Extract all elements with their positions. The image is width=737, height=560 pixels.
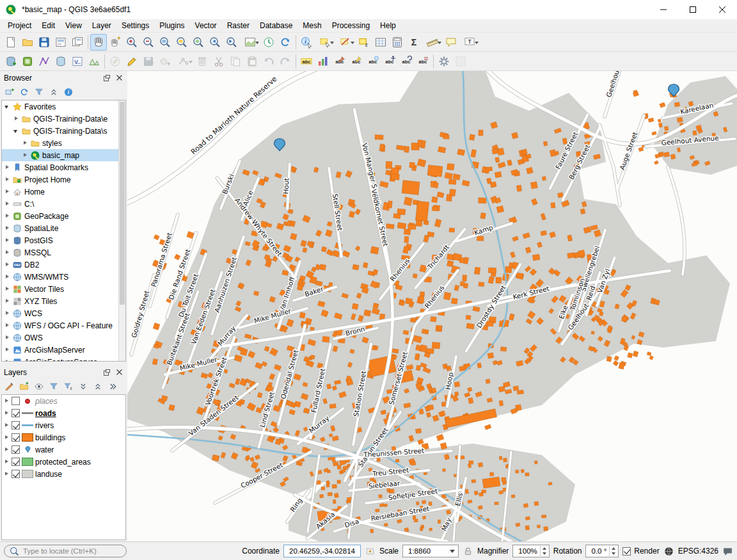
expander-icon[interactable]: [4, 435, 10, 440]
open-attribute-table-icon[interactable]: [372, 34, 389, 51]
magnifier-spinbox[interactable]: 100%: [512, 545, 549, 557]
browser-item-wms-wmts[interactable]: WMS/WMTS: [2, 271, 125, 283]
zoom-to-selection-icon[interactable]: [173, 34, 190, 51]
expander-icon[interactable]: [4, 471, 10, 477]
layer-item-roads[interactable]: roads: [2, 407, 125, 419]
collapse-all-layers-icon[interactable]: [91, 380, 104, 394]
expander-icon[interactable]: [4, 177, 10, 182]
browser-item-postgis[interactable]: PostGIS: [2, 234, 125, 246]
zoom-out-icon[interactable]: [140, 34, 157, 51]
add-group-icon[interactable]: [17, 380, 31, 394]
menu-raster[interactable]: Raster: [222, 20, 255, 31]
expander-icon[interactable]: [4, 398, 10, 404]
deselect-features-icon[interactable]: [335, 34, 356, 51]
show-layout-manager-icon[interactable]: [69, 34, 86, 51]
browser-item-arcgisfeatureserver[interactable]: ArcGisFeatureServer: [2, 356, 125, 362]
epsg-label[interactable]: EPSG:4326: [678, 547, 718, 556]
refresh-browser-icon[interactable]: [17, 86, 31, 99]
collapse-all-icon[interactable]: [47, 86, 60, 99]
browser-item-wfs-ogc-api-feature[interactable]: WFS / OGC API - Feature: [2, 319, 125, 332]
crs-globe-icon[interactable]: [663, 546, 674, 557]
zoom-in-icon[interactable]: [123, 34, 140, 51]
menu-edit[interactable]: Edit: [36, 20, 60, 31]
new-project-icon[interactable]: [3, 34, 19, 51]
expander-icon[interactable]: [13, 128, 19, 134]
browser-item-db2[interactable]: DB2DB2: [2, 259, 125, 271]
filter-by-expression-icon[interactable]: ε: [61, 380, 75, 394]
browser-close-button[interactable]: [115, 74, 123, 83]
select-features-icon[interactable]: [315, 34, 335, 51]
expander-icon[interactable]: [4, 274, 10, 280]
expander-icon[interactable]: [22, 140, 28, 146]
browser-scrollbar[interactable]: [118, 100, 125, 361]
layer-item-rivers[interactable]: rivers: [2, 419, 125, 431]
field-calculator-icon[interactable]: [389, 34, 406, 51]
browser-item-project-home[interactable]: Project Home: [2, 173, 125, 186]
new-virtual-layer-icon[interactable]: V..: [69, 53, 86, 70]
menu-database[interactable]: Database: [255, 20, 297, 31]
expander-icon[interactable]: [4, 310, 10, 316]
browser-item-spatialite[interactable]: SpatiaLite: [2, 222, 125, 234]
layer-visibility-checkbox[interactable]: [12, 409, 20, 417]
browser-item-geopackage[interactable]: GeoPackage: [2, 210, 125, 222]
expander-icon[interactable]: [4, 189, 10, 195]
expander-icon[interactable]: [4, 237, 10, 243]
expander-icon[interactable]: [4, 201, 10, 207]
layer-item-places[interactable]: places: [2, 395, 125, 407]
expander-icon[interactable]: [4, 250, 10, 255]
new-geopackage-layer-icon[interactable]: [19, 53, 36, 70]
layer-visibility-checkbox[interactable]: [12, 445, 20, 454]
layer-visibility-checkbox[interactable]: [12, 397, 20, 405]
temporal-controller-icon[interactable]: [260, 34, 277, 51]
new-mesh-layer-icon[interactable]: [86, 53, 102, 70]
expander-icon[interactable]: [4, 422, 10, 428]
map-tips-icon[interactable]: [443, 34, 459, 51]
filter-legend-icon[interactable]: [47, 380, 60, 394]
measure-icon[interactable]: [422, 34, 443, 51]
statistics-icon[interactable]: Σ: [406, 34, 422, 51]
render-checkbox[interactable]: Render: [622, 547, 659, 556]
toggle-extents-icon[interactable]: [365, 546, 376, 557]
expander-icon[interactable]: [4, 104, 10, 109]
open-project-icon[interactable]: [19, 34, 36, 51]
select-by-expression-icon[interactable]: ε: [356, 34, 372, 51]
open-layer-styling-dock-icon[interactable]: [3, 380, 16, 394]
layer-visibility-checkbox[interactable]: [12, 470, 20, 478]
browser-item-qgis-training-data-s[interactable]: QGIS-Training-Data\s: [2, 125, 125, 137]
new-map-view-icon[interactable]: [240, 34, 260, 51]
move-label-icon[interactable]: abc: [381, 53, 398, 70]
menu-settings[interactable]: Settings: [116, 20, 154, 31]
pan-map-icon[interactable]: [90, 34, 107, 51]
layers-float-button[interactable]: [102, 368, 111, 377]
zoom-full-icon[interactable]: [157, 34, 173, 51]
browser-item-mssql[interactable]: MSSQL: [2, 246, 125, 259]
layer-item-protected-areas[interactable]: protected_areas: [2, 456, 125, 468]
expander-icon[interactable]: [4, 286, 10, 292]
render-checkbox-box[interactable]: [622, 547, 631, 556]
processing-toolbox-icon[interactable]: [436, 53, 452, 70]
rotation-spinbox[interactable]: 0.0 °: [585, 545, 619, 557]
expander-icon[interactable]: [4, 298, 10, 304]
highlight-pinned-labels-icon[interactable]: abc: [331, 53, 348, 70]
menu-processing[interactable]: Processing: [327, 20, 375, 31]
expander-icon[interactable]: [4, 359, 10, 362]
menu-plugins[interactable]: Plugins: [154, 20, 189, 31]
new-annotation-icon[interactable]: T: [459, 34, 480, 51]
messages-icon[interactable]: [722, 546, 733, 557]
browser-item-vector-tiles[interactable]: Vector Tiles: [2, 283, 125, 295]
layer-diagram-options-icon[interactable]: [315, 53, 331, 70]
coordinate-display[interactable]: 20.46259,-34.02814: [283, 545, 361, 557]
expander-icon[interactable]: [4, 164, 10, 170]
zoom-to-layer-icon[interactable]: [190, 34, 207, 51]
layer-visibility-checkbox[interactable]: [12, 421, 20, 429]
expander-icon[interactable]: [4, 447, 10, 452]
close-button[interactable]: [708, 0, 737, 19]
add-selected-layers-icon[interactable]: [3, 86, 16, 99]
open-data-source-manager-icon[interactable]: [3, 53, 19, 70]
show-hide-labels-icon[interactable]: abc: [365, 53, 381, 70]
rotation-spin-buttons[interactable]: [609, 546, 617, 556]
maximize-button[interactable]: [678, 0, 708, 19]
identify-features-icon[interactable]: i: [298, 34, 315, 51]
menu-mesh[interactable]: Mesh: [297, 20, 326, 31]
change-label-icon[interactable]: abc: [415, 53, 431, 70]
